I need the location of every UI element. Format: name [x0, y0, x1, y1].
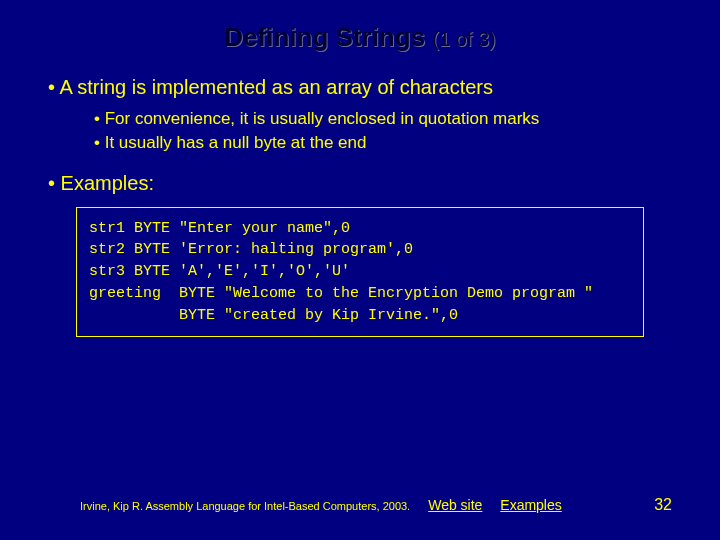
- bullet-1-text: A string is implemented as an array of c…: [59, 76, 493, 98]
- slide-title: Defining Strings (1 of 3): [0, 0, 720, 53]
- slide: Defining Strings (1 of 3) A string is im…: [0, 0, 720, 540]
- link-web-site[interactable]: Web site: [428, 497, 482, 513]
- footer-citation: Irvine, Kip R. Assembly Language for Int…: [80, 500, 410, 512]
- title-main: Defining Strings: [224, 22, 425, 52]
- bullet-1b: It usually has a null byte at the end: [94, 131, 672, 155]
- bullet-2: Examples:: [48, 169, 672, 197]
- footer: Irvine, Kip R. Assembly Language for Int…: [0, 496, 720, 514]
- page-number: 32: [654, 496, 672, 514]
- bullet-1: A string is implemented as an array of c…: [48, 73, 672, 155]
- title-sub: (1 of 3): [432, 28, 495, 50]
- link-examples[interactable]: Examples: [500, 497, 561, 513]
- slide-content: A string is implemented as an array of c…: [0, 53, 720, 337]
- footer-links: Web site Examples: [428, 497, 576, 513]
- code-example: str1 BYTE "Enter your name",0 str2 BYTE …: [76, 207, 644, 338]
- bullet-1a: For convenience, it is usually enclosed …: [94, 107, 672, 131]
